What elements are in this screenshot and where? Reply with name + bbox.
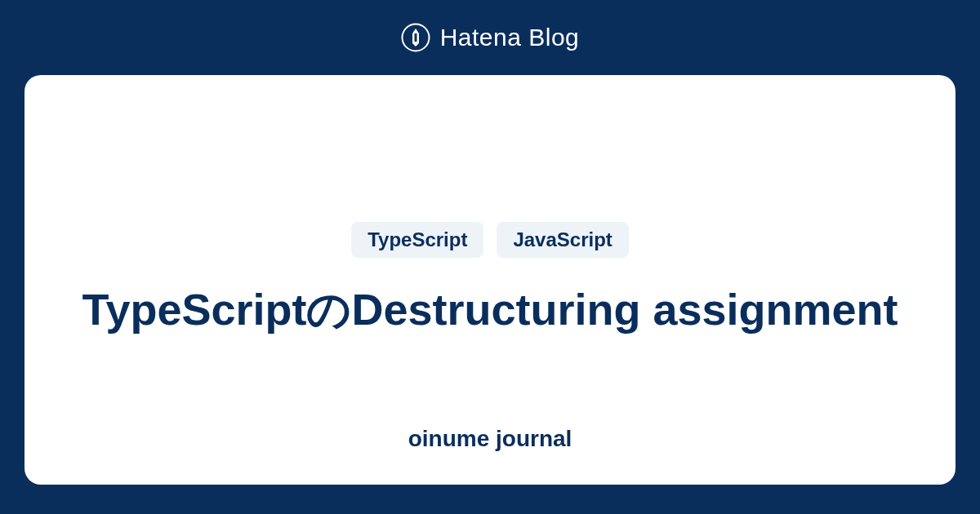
- journal-name: oinume journal: [408, 426, 572, 452]
- brand-name: Hatena Blog: [440, 24, 580, 51]
- tag[interactable]: JavaScript: [497, 222, 628, 258]
- brand-header: Hatena Blog: [401, 0, 580, 75]
- hatena-pen-icon: [401, 23, 430, 52]
- article-card: TypeScript JavaScript TypeScriptのDestruc…: [24, 75, 956, 485]
- article-title: TypeScriptのDestructuring assignment: [82, 281, 898, 338]
- svg-rect-1: [414, 33, 416, 42]
- tag-list: TypeScript JavaScript: [351, 222, 629, 258]
- tag[interactable]: TypeScript: [351, 222, 483, 258]
